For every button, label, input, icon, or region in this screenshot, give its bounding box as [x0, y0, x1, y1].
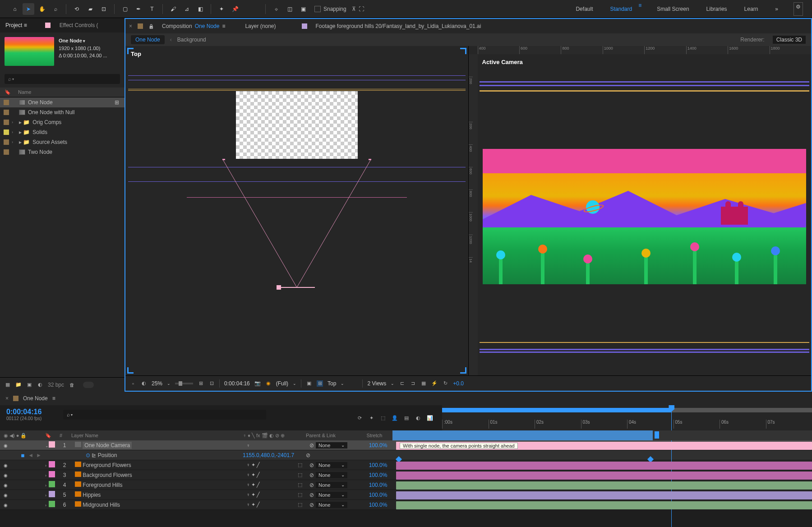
toggle-switch[interactable] [83, 382, 94, 388]
graph-editor-icon[interactable]: 📊 [427, 415, 433, 421]
pickwhip-icon[interactable]: ⊘ [309, 482, 314, 488]
effect-controls-tab[interactable]: Effect Controls ( [56, 19, 102, 31]
axis-view-icon[interactable]: ▣ [297, 3, 309, 15]
view1-icon[interactable]: ⊏ [399, 380, 405, 387]
layer-row[interactable]: › 4 Foreground Hills ♀ ✦ ╱⬚ ⊘None 100.0% [0, 480, 812, 490]
parent-dropdown[interactable]: None [316, 502, 347, 508]
camera-view[interactable]: 40060080010001200140016001800 2002004006… [469, 46, 812, 375]
ruler-tick[interactable]: 07s [766, 420, 812, 429]
ruler-tick[interactable]: 01s [489, 420, 535, 429]
delete-icon[interactable]: 🗑 [69, 382, 75, 388]
snapshot-icon[interactable]: 📷 [254, 380, 261, 387]
expand-icon[interactable]: › [12, 120, 16, 125]
work-area-end-handle[interactable] [655, 431, 659, 439]
camera-tool-icon[interactable]: ▰ [84, 3, 96, 15]
pickwhip-icon[interactable]: ⊘ [309, 442, 314, 448]
view2-icon[interactable]: ⊐ [410, 380, 416, 387]
layer-tag[interactable] [49, 501, 55, 507]
workspace-default[interactable]: Default [574, 2, 595, 16]
views-dropdown[interactable]: 2 Views [367, 380, 386, 387]
snapping-checkbox[interactable] [314, 6, 321, 12]
project-item[interactable]: › ▸ 📁 Source Assets [0, 137, 125, 147]
layer-tab[interactable]: Layer (none) [242, 21, 278, 31]
stretch-value[interactable]: 100.0% [360, 492, 396, 498]
layer-switches[interactable]: ♀ ✦ ╱⬚ [243, 482, 306, 488]
layer-duration-bar[interactable] [396, 491, 812, 499]
project-item[interactable]: Two Node [0, 147, 125, 157]
stretch-value[interactable]: 100.0% [360, 472, 396, 478]
work-area-bar[interactable] [392, 430, 812, 440]
layer-tag[interactable] [49, 471, 55, 477]
num-header[interactable]: # [54, 433, 68, 438]
comp-name-dropdown[interactable]: One Node [59, 37, 107, 45]
layer-duration-bar[interactable] [396, 472, 812, 480]
timeline-ruler[interactable]: :00s01s02s03s04s05s06s07s [442, 405, 812, 430]
channel-icon[interactable]: ◉ [265, 380, 272, 387]
new-folder-icon[interactable]: 📁 [15, 382, 22, 388]
interpret-icon[interactable]: ▦ [5, 382, 11, 388]
grid-icon[interactable]: ⊡ [208, 380, 215, 387]
name-header[interactable]: Layer Name [68, 433, 239, 438]
layer-row[interactable]: › 6 Midground Hills ♀ ✦ ╱⬚ ⊘None 100.0% [0, 500, 812, 510]
composition-tab[interactable]: Composition One Node ≡ [159, 21, 228, 31]
layer-switches[interactable]: ♀ ✦ ╱⬚ [243, 492, 306, 498]
expand-layer-icon[interactable]: › [45, 483, 46, 488]
renderer-dropdown[interactable]: Classic 3D [773, 36, 806, 44]
parent-dropdown[interactable]: None [316, 492, 347, 498]
project-tab[interactable]: Project ≡ [2, 19, 31, 31]
layer-row[interactable]: › 2 Foreground Flowers ♀ ✦ ╱⬚ ⊘None 100.… [0, 460, 812, 470]
layer-duration-bar[interactable] [396, 481, 812, 490]
switches-header[interactable]: ♀ ♦ ╲ fx 🎬 ◐ ⊘ ⊕ [239, 433, 302, 439]
stretch-header[interactable]: Stretch [356, 433, 392, 438]
ruler-tick[interactable]: :00s [442, 420, 489, 429]
resolution-dropdown[interactable]: (Full) [276, 380, 288, 387]
layer-tag[interactable] [49, 491, 55, 497]
next-key-icon[interactable]: ► [36, 452, 42, 458]
clone-tool-icon[interactable]: ⊿ [181, 3, 193, 15]
puppet-tool-icon[interactable]: 📌 [229, 3, 241, 15]
parent-dropdown[interactable]: None [316, 442, 347, 448]
layer-duration-bar[interactable] [396, 501, 812, 509]
comp-mini-icon[interactable]: ⟳ [356, 415, 363, 421]
pen-tool-icon[interactable]: ✒ [133, 3, 144, 15]
lock-icon[interactable] [148, 23, 154, 29]
exposure-value[interactable]: +0.0 [453, 380, 464, 387]
stretch-value[interactable]: 100.0% [360, 482, 396, 488]
ruler-tick[interactable]: 02s [535, 420, 581, 429]
bpc-label[interactable]: 32 bpc [48, 382, 64, 388]
comp-tab-close-icon[interactable]: × [129, 23, 132, 29]
expand-layer-icon[interactable]: › [45, 493, 46, 498]
layer-switches[interactable]: ♀ ✦ ╱⬚ [243, 472, 306, 478]
layer-row[interactable]: › 3 Background Flowers ♀ ✦ ╱⬚ ⊘None 100.… [0, 470, 812, 480]
expand-icon[interactable]: › [12, 130, 16, 134]
zoom-tool-icon[interactable]: ⌕ [50, 3, 61, 15]
text-tool-icon[interactable]: T [146, 3, 158, 15]
layer-row[interactable]: › 5 Hippies ♀ ✦ ╱⬚ ⊘None 100.0% [0, 490, 812, 500]
expand-icon[interactable]: › [12, 140, 16, 144]
tag-header-icon[interactable]: 🔖 [45, 433, 54, 439]
stretch-value[interactable]: 100.0% [360, 502, 396, 508]
current-time[interactable]: 0:00:04:16 [224, 380, 250, 387]
axis-local-icon[interactable]: ⟐ [270, 3, 282, 15]
3d-icon[interactable]: ⬚ [380, 415, 386, 421]
parent-dropdown[interactable]: None [316, 472, 347, 478]
project-item[interactable]: One Node ⊞ [0, 97, 125, 107]
parent-header[interactable]: Parent & Link [302, 433, 356, 438]
snap-expand-icon[interactable]: ⛶ [359, 6, 364, 12]
breadcrumb-parent[interactable]: Background [177, 37, 206, 43]
layer-switches[interactable]: ♀ ✦ ╱⬚ [243, 462, 306, 468]
breadcrumb-current[interactable]: One Node [131, 35, 165, 44]
keyframe-diamond-icon[interactable]: ◆ [20, 451, 27, 458]
layer-tag[interactable] [49, 441, 55, 448]
parent-dropdown[interactable]: None [316, 482, 347, 488]
workspace-standard[interactable]: Standard [608, 2, 634, 16]
expand-layer-icon[interactable]: › [45, 473, 46, 478]
snapping-toggle[interactable]: Snapping ⊼ ⛶ [314, 6, 364, 12]
zoom-dropdown[interactable]: 25% [152, 380, 162, 387]
layer-switches[interactable]: ♀ [243, 443, 306, 448]
layer-tag[interactable] [49, 461, 55, 467]
eraser-tool-icon[interactable]: ◧ [194, 3, 206, 15]
bpc-icon[interactable]: ◐ [37, 382, 43, 388]
res-icon[interactable]: ◐ [141, 380, 147, 387]
shy-icon[interactable]: 👤 [392, 415, 398, 421]
